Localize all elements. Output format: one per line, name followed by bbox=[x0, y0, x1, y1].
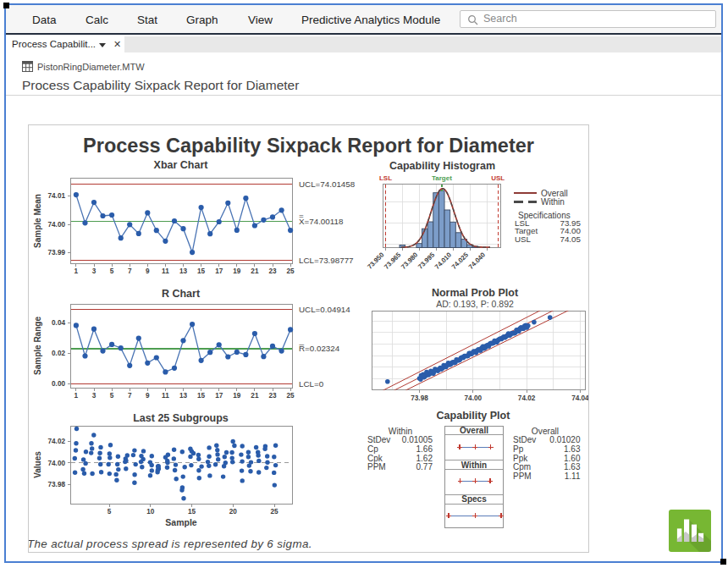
svg-text:Capability Histogram: Capability Histogram bbox=[389, 160, 495, 172]
svg-text:3: 3 bbox=[92, 392, 97, 400]
svg-text:5: 5 bbox=[110, 267, 114, 275]
svg-text:Within: Within bbox=[461, 460, 487, 470]
svg-text:74.010: 74.010 bbox=[433, 251, 454, 271]
svg-text:LCL=0: LCL=0 bbox=[299, 379, 324, 389]
svg-text:Process Capability Sixpack Rep: Process Capability Sixpack Report for Di… bbox=[83, 135, 534, 157]
svg-text:13: 13 bbox=[179, 392, 188, 400]
svg-text:74.01: 74.01 bbox=[48, 192, 66, 200]
svg-text:1.66: 1.66 bbox=[416, 444, 433, 454]
svg-text:Cpm: Cpm bbox=[513, 462, 531, 471]
svg-text:Sample: Sample bbox=[165, 517, 197, 527]
svg-text:73.950: 73.950 bbox=[366, 251, 386, 271]
svg-text:9: 9 bbox=[146, 392, 150, 400]
svg-text:R Chart: R Chart bbox=[162, 288, 201, 300]
svg-text:R̅=0.02324: R̅=0.02324 bbox=[299, 344, 340, 353]
svg-text:74.025: 74.025 bbox=[450, 251, 471, 271]
svg-text:The actual process spread is r: The actual process spread is represented… bbox=[29, 538, 312, 550]
svg-text:74.00: 74.00 bbox=[48, 460, 66, 467]
svg-text:11: 11 bbox=[162, 267, 169, 275]
svg-text:3: 3 bbox=[92, 267, 97, 275]
svg-text:StDev: StDev bbox=[513, 435, 536, 444]
svg-text:1: 1 bbox=[74, 267, 79, 275]
svg-text:UCL=0.04914: UCL=0.04914 bbox=[299, 305, 350, 314]
svg-text:23: 23 bbox=[268, 392, 277, 400]
svg-text:X=74.00118: X=74.00118 bbox=[299, 217, 344, 226]
svg-text:Within: Within bbox=[389, 427, 412, 436]
svg-text:USL: USL bbox=[515, 234, 532, 244]
svg-text:LSL: LSL bbox=[379, 174, 392, 182]
svg-text:Overall: Overall bbox=[541, 189, 568, 198]
svg-text:73.98: 73.98 bbox=[48, 481, 66, 488]
svg-text:73.995: 73.995 bbox=[416, 251, 437, 271]
svg-text:73.98: 73.98 bbox=[411, 394, 428, 402]
svg-text:PPM: PPM bbox=[367, 462, 386, 471]
svg-text:25: 25 bbox=[287, 392, 295, 400]
svg-text:7: 7 bbox=[128, 267, 132, 275]
svg-text:23: 23 bbox=[268, 267, 277, 275]
svg-text:15: 15 bbox=[188, 508, 196, 516]
svg-text:74.02: 74.02 bbox=[518, 394, 536, 402]
svg-text:1.63: 1.63 bbox=[564, 444, 581, 454]
svg-text:9: 9 bbox=[146, 267, 150, 275]
svg-text:Capability Plot: Capability Plot bbox=[437, 410, 511, 422]
svg-text:0.04: 0.04 bbox=[52, 319, 65, 327]
svg-text:Specs: Specs bbox=[461, 494, 487, 504]
svg-text:19: 19 bbox=[233, 392, 241, 400]
svg-text:25: 25 bbox=[287, 267, 295, 275]
svg-text:Normal Prob Plot: Normal Prob Plot bbox=[432, 287, 519, 299]
svg-text:11: 11 bbox=[162, 392, 169, 400]
svg-text:10: 10 bbox=[146, 508, 155, 516]
svg-text:Values: Values bbox=[33, 451, 42, 478]
svg-text:0.01020: 0.01020 bbox=[549, 435, 581, 444]
svg-text:17: 17 bbox=[215, 267, 223, 275]
svg-text:USL: USL bbox=[491, 174, 505, 182]
svg-text:17: 17 bbox=[215, 392, 223, 400]
svg-text:0.77: 0.77 bbox=[416, 462, 433, 471]
svg-text:1: 1 bbox=[74, 392, 79, 400]
svg-text:73.965: 73.965 bbox=[383, 251, 403, 271]
svg-text:UCL=74.01458: UCL=74.01458 bbox=[299, 179, 356, 189]
svg-text:Pp: Pp bbox=[513, 444, 524, 454]
svg-text:74.040: 74.040 bbox=[467, 251, 488, 271]
svg-text:21: 21 bbox=[251, 392, 259, 400]
svg-text:1.62: 1.62 bbox=[416, 454, 433, 463]
svg-text:AD: 0.193, P: 0.892: AD: 0.193, P: 0.892 bbox=[436, 299, 514, 309]
svg-text:Cp: Cp bbox=[367, 444, 378, 454]
svg-text:Ppk: Ppk bbox=[513, 454, 528, 463]
svg-text:LCL=73.98777: LCL=73.98777 bbox=[299, 256, 354, 265]
svg-text:Sample Range: Sample Range bbox=[33, 317, 42, 375]
svg-text:Within: Within bbox=[541, 197, 565, 207]
svg-text:PPM: PPM bbox=[513, 471, 532, 481]
svg-text:StDev: StDev bbox=[367, 435, 390, 444]
svg-text:15: 15 bbox=[197, 267, 206, 275]
svg-text:13: 13 bbox=[179, 267, 188, 275]
svg-text:Xbar Chart: Xbar Chart bbox=[154, 159, 209, 171]
svg-text:74.04: 74.04 bbox=[571, 394, 588, 402]
svg-text:Overall: Overall bbox=[460, 426, 488, 435]
svg-text:Sample Mean: Sample Mean bbox=[33, 194, 42, 248]
svg-text:0.00: 0.00 bbox=[52, 380, 65, 388]
svg-text:0.01005: 0.01005 bbox=[402, 435, 433, 444]
svg-text:5: 5 bbox=[108, 508, 112, 516]
svg-text:0.02: 0.02 bbox=[52, 350, 65, 357]
svg-text:73.99: 73.99 bbox=[48, 249, 66, 256]
svg-text:Last 25 Subgroups: Last 25 Subgroups bbox=[133, 412, 229, 424]
svg-text:Target: Target bbox=[432, 174, 452, 182]
svg-text:1.63: 1.63 bbox=[564, 462, 581, 471]
svg-text:74.00: 74.00 bbox=[48, 221, 66, 229]
svg-text:74.00: 74.00 bbox=[465, 394, 483, 402]
svg-text:1.11: 1.11 bbox=[565, 471, 581, 481]
svg-text:19: 19 bbox=[233, 267, 241, 275]
svg-text:Overall: Overall bbox=[532, 427, 559, 436]
svg-text:21: 21 bbox=[251, 267, 259, 275]
svg-text:74.02: 74.02 bbox=[48, 438, 66, 445]
svg-text:73.980: 73.980 bbox=[400, 251, 420, 271]
svg-text:15: 15 bbox=[197, 392, 206, 400]
svg-text:74.05: 74.05 bbox=[560, 234, 581, 244]
svg-text:25: 25 bbox=[270, 508, 279, 516]
svg-text:1.60: 1.60 bbox=[564, 454, 581, 463]
svg-text:20: 20 bbox=[229, 508, 238, 516]
svg-text:5: 5 bbox=[110, 392, 114, 400]
svg-text:Cpk: Cpk bbox=[367, 454, 383, 463]
svg-text:7: 7 bbox=[128, 392, 132, 400]
